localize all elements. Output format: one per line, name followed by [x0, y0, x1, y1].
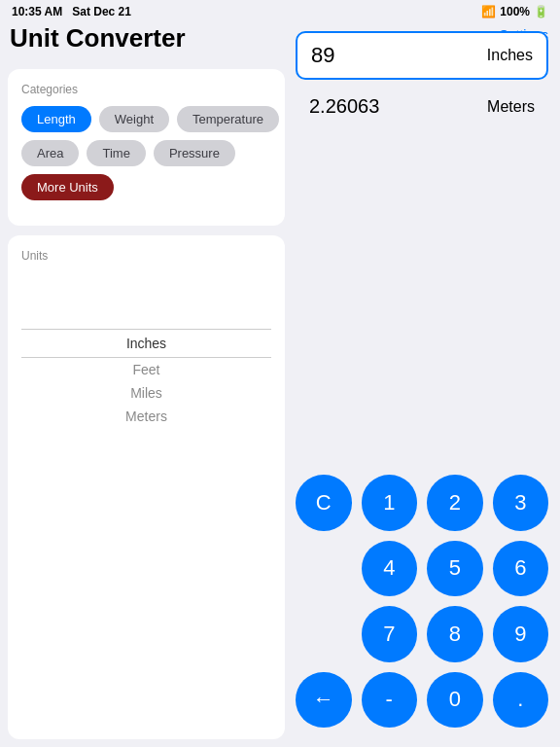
unit-inches[interactable]: Inches — [21, 329, 271, 358]
numpad-btn-1[interactable]: 1 — [362, 475, 418, 531]
unit-miles[interactable]: Miles — [21, 381, 271, 405]
numpad-btn-6[interactable]: 6 — [493, 541, 549, 597]
numpad-btn-empty1 — [296, 541, 352, 597]
numpad-btn-8[interactable]: 8 — [427, 606, 483, 662]
numpad-btn-2[interactable]: 2 — [427, 475, 483, 531]
status-date: Sat Dec 21 — [72, 5, 131, 18]
category-length[interactable]: Length — [21, 106, 91, 132]
numpad-btn-clear[interactable]: C — [296, 475, 352, 531]
category-weight[interactable]: Weight — [99, 106, 169, 132]
battery-percent: 100% — [500, 5, 530, 18]
status-bar: 10:35 AM Sat Dec 21 📶 100% 🔋 — [0, 0, 560, 23]
numpad-btn-minus[interactable]: - — [362, 672, 418, 729]
numpad-btn-9[interactable]: 9 — [493, 606, 549, 662]
wifi-icon: 📶 — [481, 5, 496, 18]
numpad-btn-5[interactable]: 5 — [427, 541, 483, 597]
input-value: 89 — [311, 43, 334, 68]
category-pressure[interactable]: Pressure — [154, 140, 235, 166]
left-panel: Unit Converter Categories Length Weight … — [8, 23, 285, 739]
result-row: 2.26063 Meters — [296, 88, 548, 125]
numpad-btn-0[interactable]: 0 — [427, 672, 483, 729]
battery-icon: 🔋 — [534, 5, 548, 18]
unit-meters[interactable]: Meters — [21, 405, 271, 428]
numpad-btn-empty2 — [296, 606, 352, 662]
numpad: C123456789←-0. — [292, 475, 552, 728]
category-area[interactable]: Area — [21, 140, 79, 166]
result-unit: Meters — [487, 98, 535, 116]
input-unit: Inches — [487, 47, 533, 64]
input-box[interactable]: 89 Inches — [296, 31, 548, 80]
units-list: Inches Feet Miles Meters — [21, 329, 271, 428]
categories-card: Categories Length Weight Temperature Are… — [8, 69, 285, 226]
numpad-btn-back[interactable]: ← — [296, 672, 352, 729]
units-card: Units Inches Feet Miles Meters — [8, 235, 285, 739]
numpad-btn-dot[interactable]: . — [493, 672, 549, 729]
status-time-date: 10:35 AM Sat Dec 21 — [12, 5, 131, 18]
input-area: 89 Inches 2.26063 Meters — [292, 23, 552, 133]
status-icons: 📶 100% 🔋 — [481, 5, 548, 18]
numpad-btn-4[interactable]: 4 — [362, 541, 418, 597]
unit-feet[interactable]: Feet — [21, 358, 271, 381]
app-title: Unit Converter — [8, 23, 285, 53]
status-time: 10:35 AM — [12, 5, 62, 18]
categories-row-3: More Units — [21, 174, 271, 200]
units-label: Units — [21, 249, 271, 263]
numpad-btn-7[interactable]: 7 — [362, 606, 418, 662]
category-more-units[interactable]: More Units — [21, 174, 114, 200]
result-value: 2.26063 — [309, 95, 379, 118]
category-temperature[interactable]: Temperature — [177, 106, 279, 132]
categories-row-2: Area Time Pressure — [21, 140, 271, 166]
numpad-btn-3[interactable]: 3 — [493, 475, 549, 531]
category-time[interactable]: Time — [87, 140, 145, 166]
categories-label: Categories — [21, 83, 271, 96]
categories-row-1: Length Weight Temperature — [21, 106, 271, 132]
